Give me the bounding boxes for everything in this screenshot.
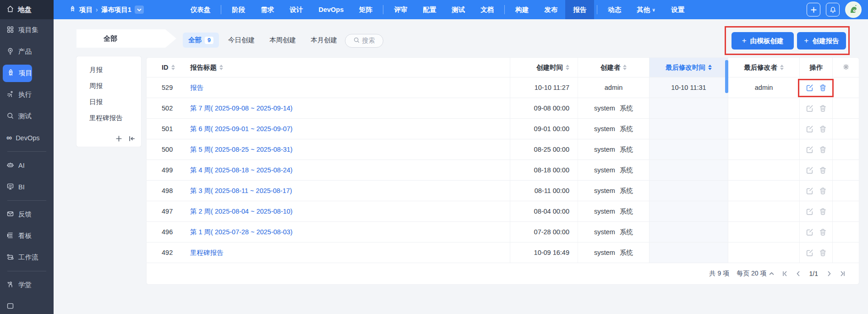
nav-doc[interactable]: 文档: [473, 0, 502, 19]
next-page-button[interactable]: [827, 270, 832, 277]
search-input[interactable]: 搜索: [345, 34, 383, 48]
sidebar-item-devops[interactable]: ∞ DevOps: [0, 127, 54, 149]
tab-created-this-week[interactable]: 本周创建: [264, 33, 301, 48]
trash-icon[interactable]: [819, 249, 827, 257]
filter-monthly-report[interactable]: 月报: [76, 62, 141, 78]
table-row[interactable]: 492里程碑报告10-09 16:49system 系统: [147, 242, 859, 263]
report-title-link[interactable]: 报告: [190, 83, 203, 92]
report-title-link[interactable]: 第 3 周( 2025-08-11 ~ 2025-08-17): [190, 187, 292, 195]
sidebar-item-feedback[interactable]: 反馈: [0, 204, 54, 225]
nav-design[interactable]: 设计: [282, 0, 311, 19]
tab-all[interactable]: 全部 9: [183, 33, 219, 48]
sidebar-item-ai[interactable]: AI: [0, 154, 54, 176]
nav-stage[interactable]: 阶段: [224, 0, 253, 19]
last-page-button[interactable]: [839, 270, 846, 277]
first-page-button[interactable]: [781, 270, 788, 277]
nav-settings[interactable]: 设置: [663, 0, 692, 19]
report-title-link[interactable]: 第 5 周( 2025-08-25 ~ 2025-08-31): [190, 145, 293, 154]
report-title-link[interactable]: 里程碑报告: [190, 248, 224, 257]
sidebar-item-dashboard[interactable]: 地盘: [0, 0, 54, 19]
prev-page-button[interactable]: [796, 270, 800, 277]
nav-dashboard[interactable]: 仪表盘: [183, 0, 218, 19]
edit-icon[interactable]: [806, 166, 813, 174]
trash-icon[interactable]: [819, 166, 827, 174]
trash-icon[interactable]: [819, 208, 827, 215]
trash-icon[interactable]: [819, 125, 827, 133]
gear-icon[interactable]: [842, 63, 850, 72]
trash-icon[interactable]: [819, 187, 827, 195]
edit-icon[interactable]: [806, 208, 813, 215]
nav-other[interactable]: 其他∨: [629, 0, 663, 19]
nav-build[interactable]: 构建: [508, 0, 536, 19]
edit-icon[interactable]: [806, 105, 813, 112]
table-row[interactable]: 496第 1 周( 2025-07-28 ~ 2025-08-03)07-28 …: [147, 222, 859, 242]
sort-icon[interactable]: [623, 65, 627, 70]
avatar[interactable]: [845, 1, 862, 18]
sidebar-item-project[interactable]: 项目: [3, 65, 32, 82]
filter-milestone-report[interactable]: 里程碑报告: [76, 110, 141, 126]
sidebar-item-bi[interactable]: BI: [0, 176, 54, 198]
breadcrumb[interactable]: 项目 › 瀑布项目1: [69, 6, 144, 14]
nav-story[interactable]: 需求: [253, 0, 282, 19]
bell-icon[interactable]: [826, 3, 840, 17]
create-report-button[interactable]: +创建报告: [797, 32, 846, 50]
sidebar-item-kanban[interactable]: 看板: [0, 225, 54, 247]
nav-report[interactable]: 报告: [565, 0, 594, 19]
table-row[interactable]: 500第 5 周( 2025-08-25 ~ 2025-08-31)08-25 …: [147, 139, 859, 160]
edit-icon[interactable]: [806, 84, 813, 92]
sort-icon[interactable]: [566, 65, 569, 70]
report-title-link[interactable]: 第 2 周( 2025-08-04 ~ 2025-08-10): [190, 207, 293, 216]
add-button[interactable]: [807, 3, 820, 17]
breadcrumb-app[interactable]: 项目: [79, 6, 93, 14]
table-row[interactable]: 501第 6 周( 2025-09-01 ~ 2025-09-07)09-01 …: [147, 119, 859, 139]
trash-icon[interactable]: [819, 84, 827, 92]
col-header-modified[interactable]: 最后修改时间: [649, 58, 728, 77]
create-from-template-button[interactable]: +由模板创建: [732, 32, 794, 50]
edit-icon[interactable]: [806, 228, 813, 236]
sidebar-item-program[interactable]: 项目集: [0, 19, 54, 41]
add-type-button[interactable]: [115, 135, 122, 142]
sidebar-item-more[interactable]: [0, 296, 54, 314]
report-title-link[interactable]: 第 7 周( 2025-09-08 ~ 2025-09-14): [190, 104, 293, 113]
sidebar-item-product[interactable]: 产品: [0, 41, 54, 62]
edit-icon[interactable]: [806, 187, 813, 195]
tab-created-today[interactable]: 今日创建: [223, 33, 260, 48]
chevron-down-icon[interactable]: [135, 6, 144, 14]
nav-dynamic[interactable]: 动态: [600, 0, 629, 19]
filter-daily-report[interactable]: 日报: [76, 94, 141, 110]
table-settings[interactable]: [832, 58, 859, 77]
table-row[interactable]: 529报告10-10 11:27admin10-10 11:31admin: [147, 77, 859, 98]
sidebar-item-qa[interactable]: 测试: [0, 105, 54, 127]
sort-icon[interactable]: [780, 65, 784, 70]
col-header-creator[interactable]: 创建者: [578, 58, 649, 77]
breadcrumb-project[interactable]: 瀑布项目1: [101, 6, 131, 14]
col-header-id[interactable]: ID: [147, 58, 188, 77]
column-resize-handle[interactable]: [725, 60, 728, 93]
sort-icon[interactable]: [708, 65, 712, 70]
trash-icon[interactable]: [819, 146, 827, 154]
sidebar-item-school[interactable]: 学堂: [0, 274, 54, 296]
sort-icon[interactable]: [219, 65, 223, 70]
nav-matrix[interactable]: 矩阵: [351, 0, 380, 19]
report-title-link[interactable]: 第 1 周( 2025-07-28 ~ 2025-08-03): [190, 228, 293, 237]
edit-icon[interactable]: [806, 125, 813, 133]
filter-weekly-report[interactable]: 周报: [76, 78, 141, 94]
nav-release[interactable]: 发布: [536, 0, 565, 19]
nav-devops[interactable]: DevOps: [311, 0, 351, 19]
module-filter-arrow[interactable]: 全部: [76, 29, 176, 48]
page-size-select[interactable]: 每页 20 项: [737, 270, 774, 278]
trash-icon[interactable]: [819, 228, 827, 236]
collapse-panel-button[interactable]: [129, 135, 136, 142]
col-header-created[interactable]: 创建时间: [510, 58, 578, 77]
trash-icon[interactable]: [819, 105, 827, 112]
tab-created-this-month[interactable]: 本月创建: [305, 33, 343, 48]
table-row[interactable]: 502第 7 周( 2025-09-08 ~ 2025-09-14)09-08 …: [147, 98, 859, 119]
sort-icon[interactable]: [171, 65, 175, 70]
col-header-modifier[interactable]: 最后修改者: [728, 58, 799, 77]
nav-review[interactable]: 评审: [386, 0, 415, 19]
col-header-title[interactable]: 报告标题: [188, 58, 510, 77]
table-row[interactable]: 497第 2 周( 2025-08-04 ~ 2025-08-10)08-04 …: [147, 201, 859, 222]
nav-test[interactable]: 测试: [444, 0, 473, 19]
report-title-link[interactable]: 第 4 周( 2025-08-18 ~ 2025-08-24): [190, 166, 293, 175]
edit-icon[interactable]: [806, 249, 813, 257]
